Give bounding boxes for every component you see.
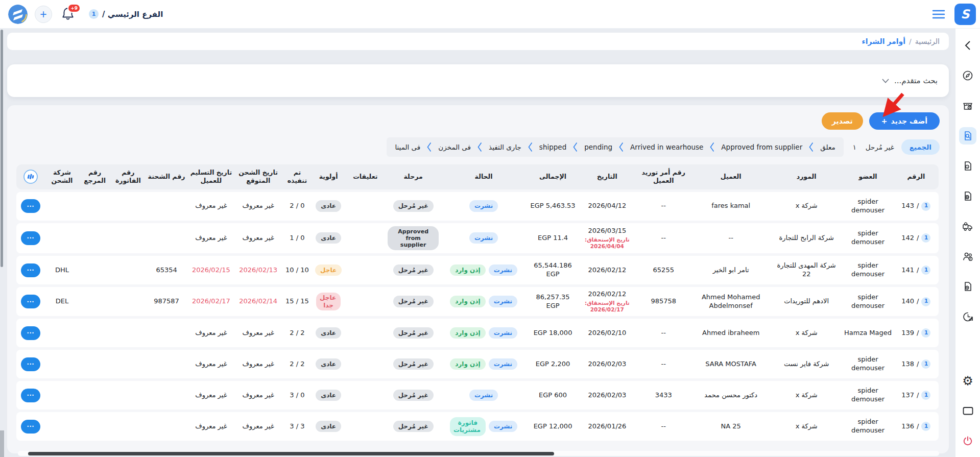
branch-name-label: الفرع الرئيسي / [102,10,163,19]
sidebar-document-package-icon[interactable] [959,278,976,295]
status-badge: نشرت [489,421,517,432]
cell-stage: Approved from supplier [386,223,440,254]
number-separator: / [917,360,919,369]
sidebar-compass-icon[interactable] [959,67,976,84]
row-actions-button[interactable]: ... [21,295,40,308]
priority-badge: عادى [316,327,341,339]
status-tab[interactable]: جارى التفيذ [489,143,521,151]
cell-client: دكتور محسن محمد [691,381,771,410]
export-button[interactable]: تصدير [822,112,863,130]
cell-number: 136/1 [894,412,939,441]
cell-comments [344,223,386,254]
cell-supplier: شركة x [771,412,842,441]
sidebar-collapse-chevron-icon[interactable] [959,37,976,54]
cell-expected-ship: غير معروف [235,319,282,347]
column-settings-header[interactable] [16,164,45,189]
column-header: الحالة [440,164,528,189]
advanced-search-bar[interactable]: بحث متقدم... [7,64,949,97]
executed-count: 1 / 0 [290,234,304,242]
hamburger-menu-icon[interactable] [932,9,945,19]
status-tab[interactable]: فى المينا [395,143,420,151]
scrollbar-corner [0,430,4,457]
status-tab[interactable]: فى المخزن [438,143,471,151]
tab-unposted[interactable]: غير مُرحل [866,143,894,151]
cell-actions: ... [16,412,45,441]
app-logo[interactable]: S [954,4,976,25]
cell-number: 140/1 [894,287,939,316]
sidebar-purchase-orders-icon[interactable] [959,127,976,145]
topbar-right-cluster: S [932,4,976,25]
chevron-left-icon [619,142,624,152]
sidebar-shipping-truck-icon[interactable] [959,218,976,235]
status-tab[interactable]: Arrived in wearhouse [630,143,703,151]
branch-number-badge: 1 [921,391,930,400]
cell-stage: غير مُرحل [386,381,440,410]
cell-shipment-no [146,319,187,347]
cell-expected-ship: غير معروف [235,223,282,254]
sidebar-pos-store-icon[interactable] [959,97,976,114]
status-tab[interactable]: pending [584,143,612,151]
number-separator: / [917,266,919,275]
cell-status: نشرتإذن وارد [440,287,528,316]
sidebar-power-icon[interactable] [959,432,976,450]
order-date: 2026/03/15 [580,227,634,235]
sidebar-document-globe-icon[interactable] [959,187,976,205]
chevron-left-icon [573,142,578,152]
add-new-button[interactable]: أضف جديد + [869,112,940,130]
breadcrumb-home-link[interactable]: الرئيسية [915,37,940,45]
row-actions-button[interactable]: ... [21,326,40,340]
page-title: أوامر الشراء [862,37,906,45]
row-actions-button[interactable]: ... [21,199,40,213]
cell-executed: 3 / 3 [282,412,313,441]
column-header: التاريخ [579,164,636,189]
cell-delivery-date: غير معروف [187,381,234,410]
notifications-button[interactable]: +9 [61,7,77,22]
column-header: الرقم [894,164,939,189]
row-actions-button[interactable]: ... [21,357,40,371]
branch-selector[interactable]: 1 الفرع الرئيسي / [89,9,163,19]
cell-delivery-date: 2026/02/17 [187,287,234,316]
order-total: 86,257.35 EGP [536,293,569,309]
add-quick-button[interactable]: + [35,6,52,23]
order-number: 137 [901,391,914,400]
status-extra-badge: إذن وارد [450,264,485,276]
cell-priority: عادى [313,319,344,347]
row-actions-button[interactable]: ... [21,389,40,402]
cell-invoice-no [111,256,146,284]
sidebar-settings-gear-icon[interactable]: ⚙ [959,372,976,390]
priority-badge: عادى [316,232,341,244]
brand-logo-icon[interactable] [8,5,28,24]
executed-count: 15 / 15 [285,297,309,305]
cell-client: -- [691,223,771,254]
sidebar-customers-icon[interactable] [959,248,976,265]
status-tab[interactable]: معلق [820,143,835,151]
cell-shipping-company: DHL [45,256,79,284]
due-date-label: تاريخ الإستحقاق: [580,300,634,306]
chevron-left-icon [528,142,533,152]
order-number: 138 [901,360,914,369]
cell-comments [344,319,386,347]
horizontal-scrollbar-thumb[interactable] [28,452,554,455]
sidebar-document-info-icon[interactable] [959,157,976,175]
cell-priority: عادى [313,381,344,410]
executed-count: 3 / 0 [290,391,304,399]
row-actions-button[interactable]: ... [21,263,40,277]
vertical-scrollbar-thumb[interactable] [1,30,3,267]
row-actions-button[interactable]: ... [21,231,40,245]
column-header: تم تنفيذه [282,164,313,189]
order-date: 2026/01/26 [580,422,634,431]
cell-comments [344,412,386,441]
add-new-label: أضف جديد [891,117,927,125]
status-tab[interactable]: Approved from supplier [721,143,802,151]
cell-supplier: شركة x [771,319,842,347]
status-tab[interactable]: shipped [539,143,566,151]
sidebar-analytics-icon[interactable] [959,308,976,325]
tab-all[interactable]: الجميع [901,139,940,155]
row-actions-button[interactable]: ... [21,420,40,434]
cell-client-order-no: -- [636,319,691,347]
cell-status: نشرتفاتورة مشتريات [440,412,528,441]
branch-number-badge: 1 [921,422,930,431]
sidebar-window-icon[interactable] [959,402,976,420]
cell-date: 2026/02/03 [579,381,636,410]
branch-number-badge: 1 [921,202,930,211]
